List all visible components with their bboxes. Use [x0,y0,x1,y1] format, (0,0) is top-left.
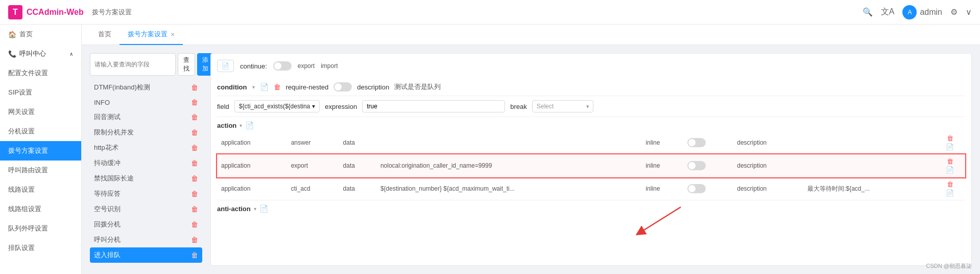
sidebar-item-gateway[interactable]: 网关设置 [0,102,81,122]
anti-action-row: anti-action ▾ 📄 [217,200,965,215]
delete-icon-enterqueue[interactable]: 🗑 [191,251,198,259]
tabs-bar: 首页 拨号方案设置 ✕ [82,25,980,45]
desc-value-2: 最大等待时间:${acd_... [803,177,935,200]
sidebar-item-queuesettings[interactable]: 排队设置 [0,238,81,258]
field-select-arrow: ▾ [312,103,315,110]
data-label-1: data [339,154,376,177]
list-item-intl[interactable]: 禁找国际长途 🗑 [90,171,202,186]
list-item-jitter[interactable]: 抖动缓冲 🗑 [90,155,202,171]
inline-toggle-knob-1 [688,162,696,169]
sip-label: SIP设置 [8,88,32,97]
break-select[interactable]: Select on-true on-false always never [532,100,593,112]
condition-file-icon[interactable]: 📄 [260,83,269,91]
sidebar-call-center[interactable]: 📞 呼叫中心 ∧ [0,44,81,63]
row-file-icon-2[interactable]: 📄 [946,189,954,197]
tab-dialplan[interactable]: 拨号方案设置 ✕ [119,25,183,45]
file-icon: 📄 [222,62,229,70]
expression-input[interactable] [362,100,505,112]
list-item-limit[interactable]: 限制分机并发 🗑 [90,125,202,140]
queuesettings-label: 排队设置 [8,243,35,253]
list-item-dtmf[interactable]: DTMF(inband)检测 🗑 [90,80,202,95]
import-button[interactable]: import [321,62,338,70]
inline-toggle-0[interactable] [687,138,706,147]
file-icon-btn[interactable]: 📄 [217,60,234,72]
anti-action-file-icon[interactable]: 📄 [259,204,268,213]
delete-icon-jitter[interactable]: 🗑 [191,159,198,167]
sidebar-item-config[interactable]: 配置文件设置 [0,63,81,83]
list-item-info[interactable]: INFO 🗑 [90,95,202,109]
logo: T CCAdmin-Web [8,5,84,19]
list-item-echo-label: 回音测试 [94,112,121,122]
action-row-ctiacd: application cti_acd data ${destination_n… [217,177,965,200]
admin-name[interactable]: admin [920,8,942,17]
list-item-http-label: http花术 [94,143,118,152]
row-delete-icon-2[interactable]: 🗑 [947,180,953,188]
app-label-2: application [217,177,287,200]
delete-icon-callext[interactable]: 🗑 [191,236,198,244]
list-item-limit-label: 限制分机并发 [94,128,134,137]
anti-action-dropdown-icon[interactable]: ▾ [254,206,256,212]
condition-dropdown-icon[interactable]: ▾ [252,84,255,90]
translate-icon[interactable]: 文A [881,7,895,17]
delete-icon-http[interactable]: 🗑 [191,144,198,152]
delete-icon-limit[interactable]: 🗑 [191,128,198,136]
description-label: description [357,83,389,91]
data-label-0: data [339,131,376,154]
tab-close-icon[interactable]: ✕ [171,32,175,37]
list-item-callback[interactable]: 回拨分机 🗑 [90,217,202,232]
tab-home[interactable]: 首页 [90,25,119,45]
delete-icon-wait[interactable]: 🗑 [191,190,198,198]
list-item-wait[interactable]: 等待应答 🗑 [90,186,202,201]
list-item-http[interactable]: http花术 🗑 [90,140,202,155]
data-value-1: nolocal:origination_caller_id_name=9999 [376,154,641,177]
delete-icon-intl[interactable]: 🗑 [191,174,198,182]
sidebar-item-callroute[interactable]: 呼叫路由设置 [0,161,81,180]
list-item-enterqueue[interactable]: 进入排队 🗑 [90,247,202,263]
action-file-icon[interactable]: 📄 [245,121,254,129]
sidebar-item-queuecall[interactable]: 队列外呼设置 [0,219,81,238]
expand-icon[interactable]: ∨ [966,7,972,17]
sidebar-item-dialplan[interactable]: 拨号方案设置 [0,141,81,161]
home-label: 首页 [19,30,33,39]
search-icon[interactable]: 🔍 [863,7,873,17]
list-item-echo[interactable]: 回音测试 🗑 [90,109,202,125]
field-select[interactable]: ${cti_acd_exists(${destina ▾ [234,100,320,112]
export-button[interactable]: export [298,62,315,70]
list-item-empty[interactable]: 空号识别 🗑 [90,201,202,217]
row-delete-icon-0[interactable]: 🗑 [947,134,953,142]
row-delete-icon-1[interactable]: 🗑 [947,157,953,165]
sidebar-item-extension[interactable]: 分机设置 [0,122,81,141]
trunkgroup-label: 线路组设置 [8,204,41,214]
inline-label-0: inline [641,131,683,154]
row-file-icon-0[interactable]: 📄 [946,143,954,151]
app-value-1: export [287,154,339,177]
list-item-empty-label: 空号识别 [94,204,121,214]
delete-icon-info[interactable]: 🗑 [191,98,198,106]
inline-toggle-2[interactable] [687,184,706,193]
delete-icon-callback[interactable]: 🗑 [191,220,198,229]
inline-toggle-1[interactable] [687,161,706,170]
sidebar-home[interactable]: 🏠 首页 [0,25,81,44]
search-button[interactable]: 查找 [178,53,195,76]
field-row: field ${cti_acd_exists(${destina ▾ expre… [217,96,965,117]
settings-icon[interactable]: ⚙ [950,7,958,17]
action-row-export: application export data nolocal:originat… [217,154,965,177]
admin-info: A admin [902,5,942,19]
require-nested-toggle-knob [334,83,342,90]
sidebar-item-trunkgroup[interactable]: 线路组设置 [0,199,81,219]
sidebar-item-trunk[interactable]: 线路设置 [0,180,81,199]
list-item-callext[interactable]: 呼叫分机 🗑 [90,232,202,247]
continue-toggle[interactable] [273,61,292,71]
app-title: CCAdmin-Web [27,8,84,17]
action-dropdown-icon[interactable]: ▾ [240,123,242,128]
row-file-icon-1[interactable]: 📄 [946,166,954,174]
delete-icon-dtmf[interactable]: 🗑 [191,83,198,92]
search-input[interactable] [90,53,176,76]
require-nested-toggle[interactable] [333,82,352,92]
delete-icon-empty[interactable]: 🗑 [191,205,198,213]
list-item-jitter-label: 抖动缓冲 [94,158,121,168]
condition-delete-icon[interactable]: 🗑 [274,83,281,91]
delete-icon-echo[interactable]: 🗑 [191,113,198,121]
top-icons: 🔍 文A A admin ⚙ ∨ [863,5,972,19]
sidebar-item-sip[interactable]: SIP设置 [0,83,81,102]
